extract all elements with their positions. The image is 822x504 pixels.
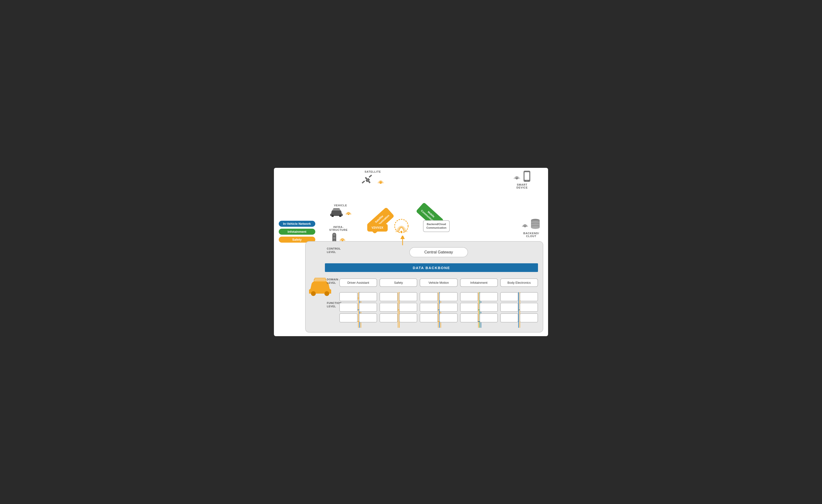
infra-wifi-icon [339, 235, 346, 242]
smart-device-label: SMARTDEVICE [516, 183, 528, 189]
func-box-3-2 [420, 303, 438, 312]
svg-point-34 [324, 291, 329, 296]
svg-point-14 [348, 214, 349, 215]
svg-point-6 [380, 182, 381, 183]
func-box-2-5 [399, 303, 417, 312]
domain-row: Driver Assistant Safety Vehicle Motion I… [339, 276, 538, 289]
satellite-node: SATELLITE [361, 170, 385, 186]
satellite-icon [361, 174, 375, 186]
smart-device-node: SMARTDEVICE [513, 170, 531, 189]
arrow-up [400, 235, 405, 246]
func-box-1-6 [359, 313, 377, 323]
svg-point-16 [333, 233, 336, 236]
func-box-4-5 [479, 303, 498, 312]
func-box-4-1 [460, 292, 478, 301]
vehicle-car-icon [329, 208, 344, 217]
v2v-ribbon: V2V/V2X [367, 224, 388, 231]
func-box-5-5 [520, 303, 538, 312]
svg-rect-9 [524, 172, 529, 180]
slide: In-Vehicle Network Infotainment Safety S… [274, 168, 548, 336]
database-icon [530, 218, 541, 231]
svg-point-10 [526, 180, 527, 181]
func-box-1-3 [339, 313, 358, 323]
svg-rect-35 [315, 278, 325, 282]
svg-point-22 [524, 226, 525, 227]
domain-infotainment: Infotainment [460, 279, 498, 287]
func-box-4-2 [460, 303, 478, 312]
func-box-2-1 [380, 292, 398, 301]
backend-label: BACKEND/CLOUT [523, 232, 539, 237]
domain-level-label: DOMAINLEVEL [327, 278, 338, 285]
func-box-5-6 [520, 313, 538, 323]
legend-in-vehicle: In-Vehicle Network [279, 221, 315, 227]
arch-box: CONTROLLEVEL Central Gateway DATA BACKBO… [305, 241, 543, 333]
domain-vehicle-motion: Vehicle Motion [420, 279, 457, 287]
svg-point-29 [531, 226, 540, 229]
function-group-3 [420, 292, 457, 328]
central-gateway-box: Central Gateway [409, 247, 468, 257]
backend-comm-ribbon: Backend/CloudCommunication [423, 220, 450, 232]
svg-point-7 [516, 178, 517, 179]
control-row: Central Gateway [339, 246, 538, 259]
func-box-5-2 [500, 303, 518, 312]
domain-safety: Safety [380, 279, 417, 287]
func-box-3-5 [439, 303, 458, 312]
func-box-2-6 [399, 313, 417, 323]
function-group-2 [380, 292, 417, 328]
svg-point-21 [342, 240, 343, 241]
func-box-4-4 [479, 292, 498, 301]
func-box-5-4 [520, 292, 538, 301]
domain-driver-assistant: Driver Assistant [339, 279, 377, 287]
func-box-2-2 [380, 303, 398, 312]
backend-wifi-icon [522, 221, 528, 228]
func-box-3-1 [420, 292, 438, 301]
svg-point-17 [333, 237, 336, 239]
func-box-5-1 [500, 292, 518, 301]
control-level-label: CONTROLLEVEL [327, 247, 341, 254]
svg-rect-13 [333, 209, 340, 211]
infra-label: INFRA-STRUCTURE [329, 225, 348, 231]
vehicle-wifi-icon [345, 209, 352, 216]
phone-icon [522, 170, 531, 182]
func-box-4-3 [460, 313, 478, 323]
func-box-1-2 [339, 303, 358, 312]
function-group-1 [339, 292, 377, 328]
legend: In-Vehicle Network Infotainment Safety [279, 221, 315, 242]
func-box-2-4 [399, 292, 417, 301]
satellite-wifi-icon [376, 176, 385, 184]
function-group-4 [460, 292, 498, 328]
func-box-3-3 [420, 313, 438, 323]
broadcast-center [394, 218, 409, 235]
svg-rect-1 [362, 180, 365, 184]
func-box-1-5 [359, 303, 377, 312]
domain-body-electronics: Body Electronics [500, 279, 538, 287]
function-level-area [339, 292, 538, 328]
func-box-3-4 [439, 292, 458, 301]
svg-point-33 [311, 291, 316, 296]
smart-device-wifi-icon [513, 172, 521, 180]
func-box-4-6 [479, 313, 498, 323]
svg-rect-2 [369, 174, 372, 178]
func-box-1-4 [359, 292, 377, 301]
func-box-3-6 [439, 313, 458, 323]
vehicle-label: VEHICLE [334, 204, 347, 207]
mobile-comm-ribbon: MobileCommunication [416, 199, 442, 211]
func-box-2-3 [380, 313, 398, 323]
data-backbone: DATA BACKBONE [325, 263, 538, 272]
func-box-1-1 [339, 292, 358, 301]
backend-node: BACKEND/CLOUT [522, 218, 541, 237]
function-group-5 [500, 292, 538, 328]
vehicle-node: VEHICLE [329, 204, 352, 217]
legend-infotainment: Infotainment [279, 229, 315, 235]
func-box-5-3 [500, 313, 518, 323]
satellite-comm-ribbon: SatelliteCommunication [368, 204, 394, 216]
satellite-label: SATELLITE [365, 170, 381, 173]
